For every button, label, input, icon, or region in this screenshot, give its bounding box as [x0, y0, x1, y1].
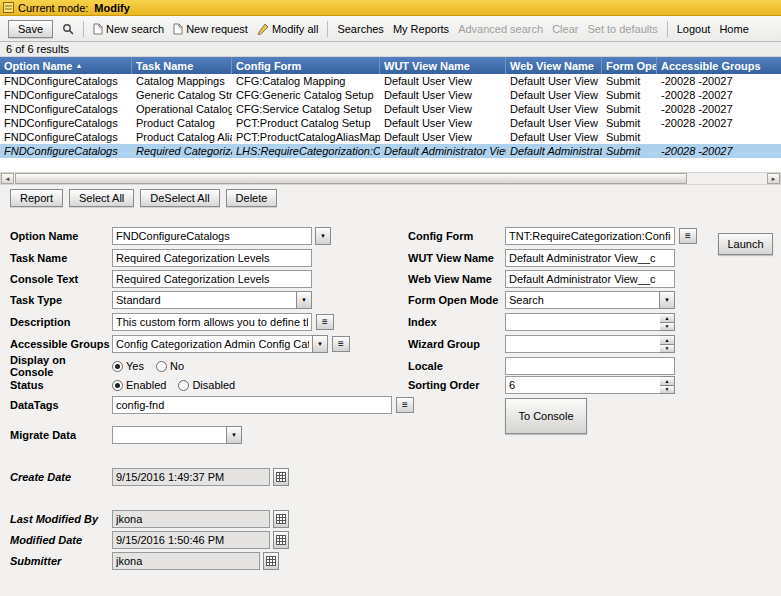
task-name-input[interactable]: [112, 249, 312, 267]
table-header: Option Name ▲ Task Name Config Form WUT …: [0, 57, 781, 74]
mode-bar: Current mode: Modify: [0, 0, 781, 16]
column-header-web-view-name[interactable]: Web View Name: [506, 57, 602, 74]
index-spinner-icons[interactable]: ▲▼: [660, 313, 675, 331]
sorting-order-spinner-icons[interactable]: ▲▼: [660, 376, 675, 394]
create-date-picker-icon[interactable]: [273, 468, 289, 486]
wizard-group-input[interactable]: [505, 335, 660, 353]
scroll-left-icon[interactable]: ◄: [1, 173, 14, 184]
locale-input[interactable]: [505, 357, 675, 375]
submitter-input: [112, 552, 260, 570]
new-search-icon: [93, 23, 103, 35]
table-row[interactable]: FNDConfigureCatalogs Product Catalog Ali…: [0, 130, 781, 144]
status-disabled-radio[interactable]: [178, 380, 189, 391]
description-label: Description: [10, 316, 112, 328]
set-to-defaults-item: Set to defaults: [587, 23, 657, 35]
wut-view-name-input[interactable]: [505, 249, 675, 267]
home-item[interactable]: Home: [719, 23, 748, 35]
app-window: Current mode: Modify Save New search New…: [0, 0, 781, 596]
mode-icon: [3, 2, 14, 13]
my-reports-item[interactable]: My Reports: [393, 23, 449, 35]
accessible-groups-label: Accessible Groups: [10, 338, 112, 350]
console-text-input[interactable]: [112, 270, 312, 288]
column-header-option-name[interactable]: Option Name ▲: [0, 57, 132, 74]
config-form-expand-icon[interactable]: ≡: [679, 228, 697, 244]
to-console-button[interactable]: To Console: [505, 398, 587, 434]
search-button[interactable]: [62, 23, 74, 35]
status-enabled-radio[interactable]: [112, 380, 123, 391]
index-stepper[interactable]: ▲▼: [505, 313, 675, 331]
deselect-all-button[interactable]: DeSelect All: [140, 189, 219, 207]
save-button[interactable]: Save: [8, 20, 53, 38]
migrate-data-select[interactable]: ▼: [112, 426, 242, 444]
sorting-order-stepper[interactable]: ▲▼: [505, 376, 675, 394]
status-disabled-label: Disabled: [192, 379, 235, 391]
column-header-wut-view-name[interactable]: WUT View Name: [380, 57, 506, 74]
column-header-form-open[interactable]: Form Ope...: [602, 57, 657, 74]
new-request-item[interactable]: New request: [173, 23, 248, 35]
last-modified-by-picker-icon[interactable]: [273, 510, 289, 528]
create-date-input: [112, 468, 270, 486]
option-name-input[interactable]: [112, 227, 312, 245]
table-row[interactable]: FNDConfigureCatalogs Catalog Mappings CF…: [0, 74, 781, 88]
status-label: Status: [10, 379, 112, 391]
submitter-picker-icon[interactable]: [263, 552, 279, 570]
config-form-label: Config Form: [408, 230, 505, 242]
modify-all-item[interactable]: Modify all: [257, 23, 318, 35]
accessible-groups-select[interactable]: ▼: [112, 335, 328, 353]
pencil-icon: [257, 23, 269, 35]
modified-date-input: [112, 531, 270, 549]
horizontal-scrollbar[interactable]: ◄ ►: [0, 172, 781, 185]
option-name-label: Option Name: [10, 230, 112, 242]
index-label: Index: [408, 316, 505, 328]
option-name-dropdown-icon[interactable]: ▼: [315, 227, 331, 245]
table-row[interactable]: FNDConfigureCatalogs Generic Catalog Str…: [0, 88, 781, 102]
form-open-mode-dropdown-icon[interactable]: ▼: [659, 291, 675, 309]
config-form-input[interactable]: [505, 227, 675, 245]
migrate-data-dropdown-icon[interactable]: ▼: [226, 426, 242, 444]
submitter-label: Submitter: [10, 555, 112, 567]
display-on-console-no-label: No: [170, 360, 184, 372]
launch-button[interactable]: Launch: [718, 233, 773, 255]
scrollbar-thumb[interactable]: [15, 173, 687, 184]
modified-date-picker-icon[interactable]: [273, 531, 289, 549]
description-input[interactable]: [112, 313, 312, 331]
column-header-accessible-groups[interactable]: Accessible Groups: [657, 57, 781, 74]
column-header-task-name[interactable]: Task Name: [132, 57, 232, 74]
table-row[interactable]: FNDConfigureCatalogs Operational Catalog…: [0, 102, 781, 116]
logout-item[interactable]: Logout: [677, 23, 711, 35]
sorting-order-input[interactable]: [505, 376, 660, 394]
scroll-right-icon[interactable]: ►: [767, 173, 780, 184]
web-view-name-label: Web View Name: [408, 273, 505, 285]
select-all-button[interactable]: Select All: [69, 189, 134, 207]
wizard-group-stepper[interactable]: ▲▼: [505, 335, 675, 353]
accessible-groups-dropdown-icon[interactable]: ▼: [312, 335, 328, 353]
accessible-groups-expand-icon[interactable]: ≡: [332, 336, 350, 352]
modified-date-label: Modified Date: [10, 534, 112, 546]
advanced-search-item: Advanced search: [458, 23, 543, 35]
column-header-config-form[interactable]: Config Form: [232, 57, 380, 74]
description-expand-icon[interactable]: ≡: [316, 314, 334, 330]
table-row-selected[interactable]: FNDConfigureCatalogs Required Categoriza…: [0, 144, 781, 158]
new-request-icon: [173, 23, 183, 35]
task-type-label: Task Type: [10, 294, 112, 306]
display-on-console-yes-radio[interactable]: [112, 361, 123, 372]
task-type-select[interactable]: Standard ▼: [112, 291, 312, 309]
form-open-mode-select[interactable]: Search ▼: [505, 291, 675, 309]
table-row[interactable]: FNDConfigureCatalogs Product Catalog PCT…: [0, 116, 781, 130]
searches-item[interactable]: Searches: [337, 23, 383, 35]
wizard-group-spinner-icons[interactable]: ▲▼: [660, 335, 675, 353]
sorting-order-label: Sorting Order: [408, 379, 505, 391]
datatags-input[interactable]: [112, 396, 392, 414]
display-on-console-no-radio[interactable]: [156, 361, 167, 372]
datatags-expand-icon[interactable]: ≡: [396, 397, 414, 413]
accessible-groups-input[interactable]: [112, 335, 312, 353]
delete-button[interactable]: Delete: [226, 189, 278, 207]
web-view-name-input[interactable]: [505, 270, 675, 288]
wut-view-name-label: WUT View Name: [408, 252, 505, 264]
report-button[interactable]: Report: [10, 189, 63, 207]
toolbar-separator: [327, 21, 328, 37]
migrate-data-label: Migrate Data: [10, 429, 112, 441]
new-search-item[interactable]: New search: [93, 23, 164, 35]
task-type-dropdown-icon[interactable]: ▼: [296, 291, 312, 309]
index-input[interactable]: [505, 313, 660, 331]
